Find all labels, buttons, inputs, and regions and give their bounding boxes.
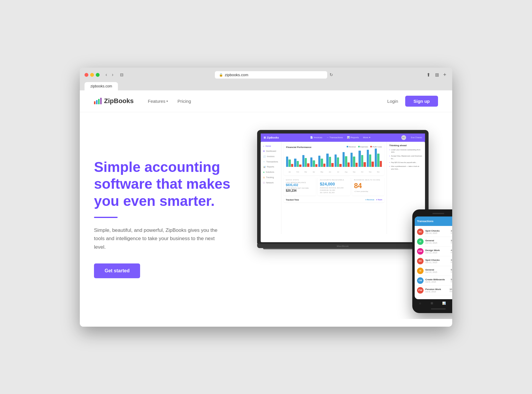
item-sub-6: Oct 9, 2015 [425, 281, 449, 283]
share-button[interactable]: ⬆ [425, 71, 432, 78]
phone-mockup: Transactions + SC Spot Checks Oct 14, 20… [412, 209, 452, 313]
app-logo-small: ⊞ ZipBooks [264, 136, 279, 139]
login-link[interactable]: Login [387, 99, 398, 104]
app-nav-more: More ▾ [363, 136, 370, 139]
phone-nav-chart-icon[interactable]: 📊 [442, 302, 446, 305]
logo-bar-2 [96, 100, 98, 104]
item-text-3: Design Work Oct 12, 2015 [425, 249, 449, 254]
sidebar-solutions[interactable]: ◈ Solutions [261, 170, 281, 175]
sidebar-dashboard[interactable]: ⊞ Dashboard [261, 149, 281, 154]
address-bar[interactable]: 🔒 zipbooks.com [215, 71, 327, 79]
legend-expenses: Expenses [358, 146, 368, 148]
avatar-1: SC [417, 229, 424, 235]
logo-link[interactable]: ZipBooks [94, 97, 134, 105]
sidebar-invoices[interactable]: 📄 Invoices [261, 154, 281, 159]
maximize-button[interactable] [96, 73, 100, 77]
sidebar-home[interactable]: ⌂ Home [261, 144, 281, 149]
x-label-feb: Feb [294, 171, 301, 173]
laptop-screen-outer: ⊞ ZipBooks 📄 Invoices ↔ Transactions 📊 R… [257, 130, 429, 244]
phone-list-item-7[interactable]: PW Pension Work Oct 8, 2015 10.00 hrs Oc… [415, 286, 452, 295]
phone-list-item-3[interactable]: DW Design Work Oct 12, 2015 4.06 hrs Oct… [415, 247, 452, 256]
bar-oct-revenue [359, 151, 361, 167]
phone-outer: Transactions + SC Spot Checks Oct 14, 20… [412, 209, 452, 313]
avatar-5: G [417, 268, 424, 274]
hero-divider [94, 217, 118, 218]
sidebar-network[interactable]: ⬡ Network [261, 180, 281, 185]
signup-label: Sign up [413, 99, 430, 104]
chart-bars [286, 150, 382, 170]
tracked-time-legend: ● Revenue ● Team [365, 199, 382, 201]
x-label-dec: Dec [375, 171, 382, 173]
sidebar-tracking[interactable]: ◎ Tracking [261, 175, 281, 180]
features-nav-link[interactable]: Features ▾ [148, 99, 168, 104]
tracked-time-section: Tracked Time ● Revenue ● Team [284, 197, 384, 202]
phone-list-item-1[interactable]: SC Spot Checks Oct 14, 2015 3.48 hrs Oct… [415, 227, 452, 237]
app-sidebar: ⌂ Home ⊞ Dashboard 📄 Invoices ↔ Transact… [261, 142, 281, 234]
solutions-icon: ◈ [263, 171, 265, 173]
quick-stats-title: Quick Stats [286, 179, 314, 181]
add-tab-button[interactable]: + [442, 71, 447, 79]
phone-nav-search-icon[interactable]: ⊞ [431, 302, 433, 305]
laptop-foot [263, 248, 423, 249]
signup-button[interactable]: Sign up [405, 96, 438, 107]
chart-legend: Revenue Expenses [347, 146, 382, 148]
refresh-button[interactable]: ↻ [327, 71, 335, 79]
bar-mar-revenue [302, 155, 304, 167]
sidebar-reports[interactable]: 📊 Reports [261, 164, 281, 170]
hero-devices: ⊞ ZipBooks 📄 Invoices ↔ Transactions 📊 R… [257, 118, 452, 313]
new-tab-button[interactable]: ⊞ [433, 71, 441, 78]
phone-screen: Transactions + SC Spot Checks Oct 14, 20… [415, 216, 452, 299]
browser-window: ‹ › ⊟ 🔒 zipbooks.com ↻ ⬆ ⊞ + zipbooks.co… [80, 68, 452, 327]
bar-jan-profit [291, 164, 293, 167]
tracked-time-header: Tracked Time ● Revenue ● Team [286, 199, 382, 201]
minimize-button[interactable] [90, 73, 94, 77]
item-sub-2: Oct 13, 2015 [425, 242, 449, 244]
x-label-aug: Aug [343, 171, 350, 173]
bar-aug-profit [348, 162, 350, 167]
item-text-6: Create Billboards Oct 9, 2015 [425, 278, 449, 283]
bar-dec [375, 149, 382, 167]
phone-list-item-4[interactable]: SC Spot Checks Oct 11, 2015 3.33 hrs Oct… [415, 256, 452, 266]
expenses-dot [358, 146, 360, 147]
nav-right: Login Sign up [387, 96, 438, 107]
phone-list-item-5[interactable]: G General Oct 10, 2015 5.08 hrs Oct 10 [415, 266, 452, 276]
team-tt-label: ● Team [376, 199, 382, 201]
network-icon: ⬡ [263, 182, 265, 184]
item-sub-7: Oct 8, 2015 [425, 291, 448, 293]
bar-jul [335, 154, 342, 167]
sidebar-toggle-button[interactable]: ⊟ [118, 72, 125, 78]
phone-list-item-6[interactable]: CB Create Billboards Oct 9, 2015 5.09 hr… [415, 276, 452, 286]
active-tab[interactable]: zipbooks.com [85, 82, 118, 90]
item-sub-1: Oct 14, 2015 [425, 232, 449, 234]
features-label: Features [148, 99, 165, 104]
phone-nav-home-icon[interactable]: ⌂ [419, 302, 421, 305]
bar-aug-expenses [345, 156, 347, 167]
balance-value: $835,432 [286, 183, 314, 187]
bar-jul-revenue [335, 154, 337, 167]
profit-dot [370, 146, 372, 147]
bar-mar-profit [307, 163, 309, 167]
x-label-sep: Sep [351, 171, 358, 173]
panel-item-1: Lower your invoices outstanding from 10/… [389, 149, 423, 154]
sidebar-transactions[interactable]: ↔ Transactions [261, 159, 281, 164]
logo-bars [94, 98, 102, 104]
phone-list-item-2[interactable]: G General Oct 13, 2015 3.54 hrs Oct 13 [415, 237, 452, 247]
app-nav-transactions: ↔ Transactions [327, 136, 343, 139]
item-amount-2: 3.54 hrs Oct 13 [451, 239, 452, 244]
pricing-nav-link[interactable]: Pricing [177, 99, 191, 104]
back-button[interactable]: ‹ [104, 71, 109, 78]
get-started-button[interactable]: Get started [94, 263, 140, 278]
item-sub-5: Oct 10, 2015 [425, 271, 449, 273]
item-sub-3: Oct 12, 2015 [425, 252, 449, 254]
legend-revenue: Revenue [347, 146, 356, 148]
phone-topbar: Transactions + [415, 216, 452, 226]
forward-button[interactable]: › [110, 71, 115, 78]
close-button[interactable] [85, 73, 88, 77]
bar-jan [286, 157, 293, 167]
phone-list: SC Spot Checks Oct 14, 2015 3.48 hrs Oct… [415, 226, 452, 297]
item-text-5: General Oct 10, 2015 [425, 268, 449, 273]
nav-buttons: ‹ › [104, 71, 115, 78]
logo-text: ZipBooks [104, 97, 134, 105]
profit-label: Profit / Loss [372, 146, 382, 148]
bar-sep-expenses [353, 157, 355, 167]
